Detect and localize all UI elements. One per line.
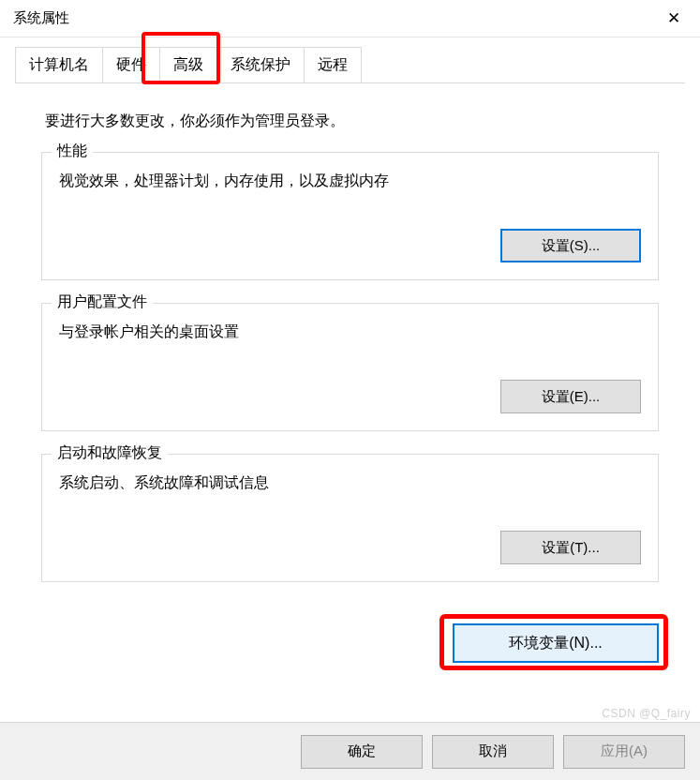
ok-button[interactable]: 确定 bbox=[301, 735, 423, 769]
tab-computer-name[interactable]: 计算机名 bbox=[15, 47, 103, 82]
group-user-profiles: 用户配置文件 与登录帐户相关的桌面设置 设置(E)... bbox=[41, 303, 659, 431]
admin-notice: 要进行大多数更改，你必须作为管理员登录。 bbox=[45, 112, 659, 131]
tab-advanced[interactable]: 高级 bbox=[159, 47, 217, 82]
tab-hardware[interactable]: 硬件 bbox=[102, 47, 160, 82]
environment-variables-button[interactable]: 环境变量(N)... bbox=[453, 623, 659, 663]
titlebar: 系统属性 ✕ bbox=[0, 0, 700, 38]
tab-content: 要进行大多数更改，你必须作为管理员登录。 性能 视觉效果，处理器计划，内存使用，… bbox=[15, 83, 685, 614]
close-icon: ✕ bbox=[667, 8, 680, 28]
group-performance: 性能 视觉效果，处理器计划，内存使用，以及虚拟内存 设置(S)... bbox=[41, 152, 659, 280]
group-performance-title: 性能 bbox=[52, 142, 93, 161]
user-profiles-settings-button[interactable]: 设置(E)... bbox=[500, 380, 641, 413]
group-performance-desc: 视觉效果，处理器计划，内存使用，以及虚拟内存 bbox=[59, 172, 641, 191]
close-button[interactable]: ✕ bbox=[651, 1, 696, 37]
tabs-area: 计算机名 硬件 高级 系统保护 远程 要进行大多数更改，你必须作为管理员登录。 … bbox=[0, 38, 700, 663]
system-properties-window: 系统属性 ✕ 计算机名 硬件 高级 系统保护 远程 要进行大多数更改，你必须作为… bbox=[0, 0, 700, 780]
group-user-profiles-title: 用户配置文件 bbox=[52, 292, 153, 312]
group-startup-desc: 系统启动、系统故障和调试信息 bbox=[59, 473, 641, 493]
cancel-button[interactable]: 取消 bbox=[432, 735, 554, 769]
tab-remote[interactable]: 远程 bbox=[304, 47, 362, 82]
group-user-profiles-desc: 与登录帐户相关的桌面设置 bbox=[59, 322, 641, 342]
dialog-footer: 确定 取消 应用(A) bbox=[0, 722, 700, 780]
group-startup-recovery: 启动和故障恢复 系统启动、系统故障和调试信息 设置(T)... bbox=[41, 454, 659, 582]
tabs-row: 计算机名 硬件 高级 系统保护 远程 bbox=[15, 47, 685, 83]
performance-settings-button[interactable]: 设置(S)... bbox=[500, 229, 641, 262]
tab-system-protection[interactable]: 系统保护 bbox=[216, 47, 305, 82]
apply-button[interactable]: 应用(A) bbox=[563, 735, 685, 769]
group-startup-title: 启动和故障恢复 bbox=[52, 443, 168, 463]
startup-settings-button[interactable]: 设置(T)... bbox=[500, 531, 641, 564]
window-title: 系统属性 bbox=[13, 9, 69, 27]
watermark: CSDN @Q_fairy bbox=[602, 707, 691, 720]
env-button-row: 环境变量(N)... bbox=[15, 614, 685, 663]
